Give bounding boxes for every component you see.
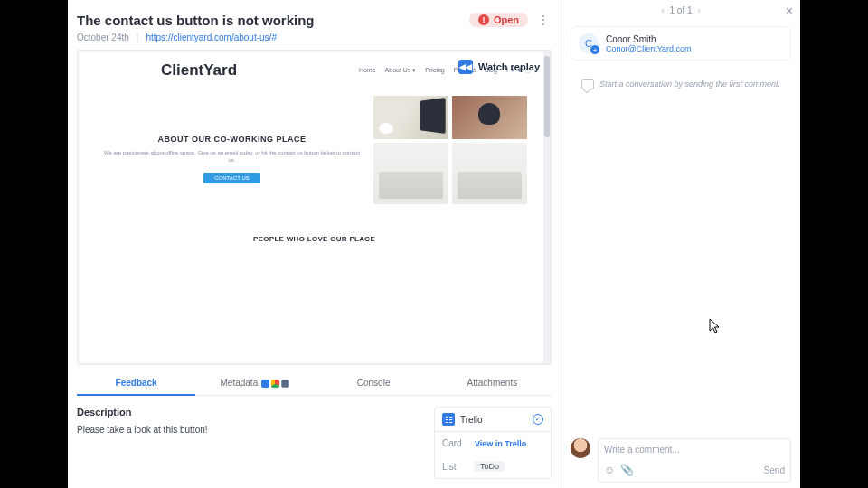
close-icon[interactable]: × — [786, 4, 793, 18]
description-title: Description — [77, 407, 425, 418]
issue-title: The contact us button is not working — [77, 13, 315, 28]
current-user-avatar — [571, 438, 590, 458]
site-brand: ClientYard — [161, 61, 237, 80]
separator: | — [137, 33, 139, 42]
user-email[interactable]: Conor@ClientYard.com — [606, 44, 692, 53]
scrollbar[interactable] — [543, 51, 551, 364]
rewind-icon: ◀◀ — [458, 60, 473, 74]
check-icon[interactable]: ✓ — [533, 414, 543, 425]
nav-item[interactable]: Pricing — [425, 67, 444, 74]
tab-console[interactable]: Console — [315, 371, 433, 395]
site-footer-heading: PEOPLE WHO LOVE OUR PLACE — [80, 235, 549, 243]
nav-item[interactable]: About Us ▾ — [385, 67, 417, 74]
comment-input[interactable] — [604, 445, 785, 455]
description-body: Please take a look at this button! — [77, 425, 425, 435]
scroll-thumb[interactable] — [544, 56, 550, 137]
prev-arrow[interactable]: ‹ — [656, 5, 669, 15]
nav-item[interactable]: Home — [359, 67, 376, 74]
row-label: Card — [442, 438, 467, 448]
hero-image — [373, 96, 448, 139]
view-in-trello-link[interactable]: View in Trello — [475, 439, 526, 448]
attach-icon[interactable]: 📎 — [620, 464, 634, 476]
emoji-icon[interactable]: ☺ — [604, 464, 615, 476]
integration-name: Trello — [460, 415, 527, 425]
status-badge[interactable]: ! Open — [469, 13, 528, 27]
tab-feedback[interactable]: Feedback — [77, 371, 195, 395]
screenshot-frame: ◀◀ Watch replay ClientYard Home About Us… — [77, 50, 552, 365]
chrome-icon — [271, 380, 279, 388]
user-card[interactable]: C Conor Smith Conor@ClientYard.com — [571, 26, 791, 61]
tab-label: Metadata — [221, 378, 259, 388]
chat-icon — [581, 79, 594, 89]
send-button[interactable]: Send — [764, 465, 785, 475]
status-label: Open — [494, 14, 519, 25]
avatar: C — [579, 33, 599, 53]
watch-replay-button[interactable]: ◀◀ Watch replay — [458, 60, 540, 74]
issue-date: October 24th — [77, 33, 129, 42]
hero-image — [452, 96, 527, 139]
tab-attachments[interactable]: Attachments — [433, 371, 552, 395]
trello-icon: ☷ — [442, 413, 455, 426]
pager-label: 1 of 1 — [669, 5, 692, 15]
row-label: List — [442, 462, 467, 472]
alert-icon: ! — [478, 14, 489, 25]
user-name: Conor Smith — [606, 34, 692, 44]
site-heading: ABOUT OUR CO-WORKING PLACE — [158, 135, 307, 144]
windows-icon — [261, 380, 269, 388]
hero-image — [452, 143, 527, 204]
replay-label: Watch replay — [478, 61, 540, 72]
list-chip[interactable]: ToDo — [475, 461, 505, 472]
integration-card: ☷ Trello ✓ Card View in Trello List ToDo — [434, 407, 552, 479]
site-copy: We are passionate about office space. Gi… — [101, 149, 363, 164]
hero-image — [373, 143, 448, 204]
screen-icon — [281, 380, 289, 388]
next-arrow[interactable]: › — [693, 5, 706, 15]
more-menu-icon[interactable]: ⋮ — [535, 11, 552, 29]
issue-url[interactable]: https://clientyard.com/about-us/# — [146, 33, 277, 42]
contact-us-button[interactable]: CONTACT US — [203, 173, 259, 183]
tab-metadata[interactable]: Metadata — [195, 371, 314, 395]
empty-hint: Start a conversation by sending the firs… — [599, 80, 780, 89]
